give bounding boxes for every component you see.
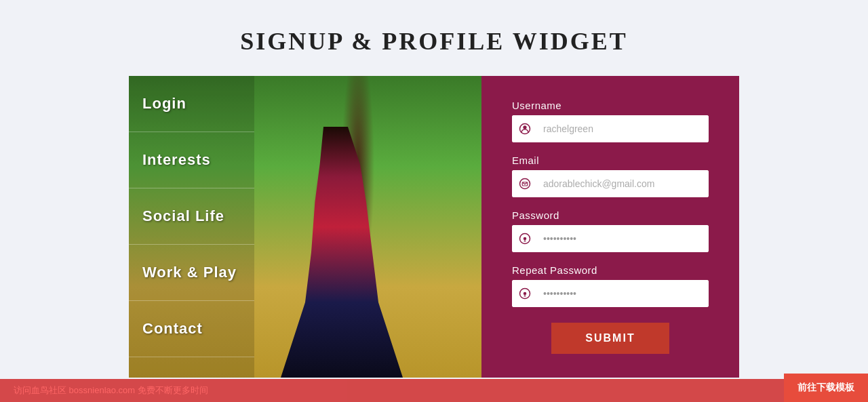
nav-item-social-life[interactable]: Social Life (129, 188, 254, 245)
widget-container: Login Interests Social Life Work & Play … (129, 76, 739, 378)
password-input-wrapper (512, 225, 709, 252)
nav-item-contact[interactable]: Contact (129, 301, 254, 357)
footer-text: 访问血鸟社区 bossnienlao.com 免费不断更多时间 (14, 385, 208, 395)
nav-link-social-life[interactable]: Social Life (142, 207, 224, 224)
page-wrapper: SIGNUP & PROFILE WIDGET Login Interests … (0, 0, 868, 378)
repeat-password-icon (512, 280, 538, 307)
nav-link-contact[interactable]: Contact (142, 320, 203, 337)
password-group: Password (512, 209, 709, 252)
email-label: Email (512, 155, 709, 166)
svg-point-2 (520, 179, 530, 189)
nav-list: Login Interests Social Life Work & Play … (129, 76, 254, 357)
repeat-password-input[interactable] (538, 280, 709, 307)
download-template-button[interactable]: 前往下载模板 (784, 374, 868, 402)
svg-point-7 (524, 292, 527, 296)
email-input[interactable] (538, 170, 709, 197)
repeat-password-group: Repeat Password (512, 264, 709, 307)
nav-overlay: Login Interests Social Life Work & Play … (129, 76, 254, 378)
username-input-wrapper (512, 115, 709, 142)
nav-link-work-play[interactable]: Work & Play (142, 264, 237, 281)
username-group: Username (512, 100, 709, 142)
repeat-password-input-wrapper (512, 280, 709, 307)
nav-item-work-play[interactable]: Work & Play (129, 245, 254, 301)
nav-item-interests[interactable]: Interests (129, 132, 254, 188)
submit-button[interactable]: SUBMIT (551, 323, 669, 354)
submit-area: SUBMIT (512, 319, 709, 354)
username-input[interactable] (538, 115, 709, 142)
nav-item-login[interactable]: Login (129, 76, 254, 132)
svg-point-1 (523, 125, 526, 129)
nav-link-interests[interactable]: Interests (142, 151, 211, 168)
user-icon (512, 115, 538, 142)
repeat-password-label: Repeat Password (512, 264, 709, 276)
email-input-wrapper (512, 170, 709, 197)
password-icon (512, 225, 538, 252)
page-title-area: SIGNUP & PROFILE WIDGET (0, 0, 868, 76)
page-title: SIGNUP & PROFILE WIDGET (0, 27, 868, 56)
right-panel: Username Email (481, 76, 739, 378)
email-group: Email (512, 155, 709, 197)
username-label: Username (512, 100, 709, 111)
email-icon (512, 170, 538, 197)
password-label: Password (512, 209, 709, 221)
password-input[interactable] (538, 225, 709, 252)
svg-point-5 (524, 237, 527, 241)
nav-link-login[interactable]: Login (142, 95, 186, 112)
footer-bar: 访问血鸟社区 bossnienlao.com 免费不断更多时间 (0, 379, 868, 402)
left-panel: Login Interests Social Life Work & Play … (129, 76, 481, 378)
